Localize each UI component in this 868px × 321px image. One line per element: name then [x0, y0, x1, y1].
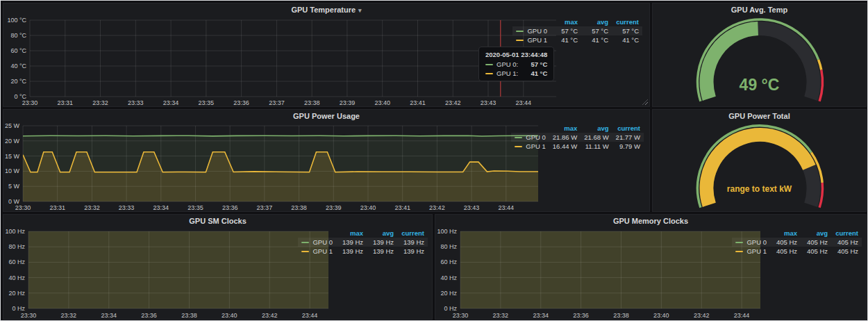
legend-series-label: GPU 0	[746, 238, 767, 246]
svg-text:23:42: 23:42	[445, 99, 461, 106]
legend-header-avg: avg	[581, 124, 612, 133]
tooltip-row: GPU 1: 41 °C	[485, 69, 547, 77]
legend-header-current: current	[612, 124, 644, 133]
legend-stat-avg: 139 Hz	[367, 238, 397, 247]
series-color-dash	[735, 242, 743, 243]
legend-header-current: current	[397, 229, 428, 238]
panel-gpu-memory-clocks: GPU Memory Clocks 0 Hz20 Hz40 Hz60 Hz80 …	[435, 214, 867, 320]
legend-series-gpu0[interactable]: GPU 0	[732, 238, 770, 247]
legend-series-label: GPU 0	[527, 27, 547, 35]
panel-title[interactable]: GPU Power Usage	[3, 110, 649, 122]
svg-text:100 Hz: 100 Hz	[437, 228, 457, 235]
legend-header-row: max avg current	[298, 229, 428, 238]
svg-text:23:32: 23:32	[92, 99, 108, 106]
legend-row-gpu1: GPU 1 139 Hz 139 Hz 139 Hz	[298, 247, 428, 256]
panel-gpu-power-usage: GPU Power Usage 0 W5 W10 W15 W20 W25 W23…	[3, 109, 650, 212]
svg-text:23:36: 23:36	[573, 312, 589, 319]
svg-text:23:41: 23:41	[410, 99, 426, 106]
svg-text:23:44: 23:44	[499, 204, 515, 211]
legend-header-row: max avg current	[512, 17, 642, 26]
dashboard: GPU Temperature▾ 0 °C20 °C40 °C60 °C80 °…	[0, 0, 868, 321]
legend-series-gpu1[interactable]: GPU 1	[298, 247, 336, 256]
svg-text:20 Hz: 20 Hz	[440, 290, 457, 297]
legend-series-gpu1[interactable]: GPU 1	[732, 247, 770, 256]
svg-text:23:34: 23:34	[153, 204, 169, 211]
tooltip-series-name: GPU 1:	[496, 69, 518, 77]
svg-text:23:33: 23:33	[128, 99, 144, 106]
legend-series-gpu1[interactable]: GPU 1	[511, 142, 549, 151]
legend-stat-current: 139 Hz	[397, 238, 428, 247]
panel-resize-handle[interactable]	[642, 99, 648, 105]
legend-stat-avg: 57 °C	[581, 26, 612, 35]
legend-stat-avg: 41 °C	[581, 35, 612, 44]
svg-text:23:40: 23:40	[360, 204, 376, 211]
svg-text:23:32: 23:32	[84, 204, 100, 211]
chevron-down-icon[interactable]: ▾	[358, 7, 362, 14]
svg-text:23:34: 23:34	[163, 99, 179, 106]
svg-text:23:42: 23:42	[262, 312, 278, 319]
svg-text:23:32: 23:32	[493, 312, 509, 319]
svg-text:23:43: 23:43	[481, 99, 496, 106]
legend: max avg current GPU 0 21.86 W 21.68 W 21…	[511, 124, 644, 151]
series-color-dash	[301, 242, 309, 243]
time-series-plot[interactable]: 0 °C20 °C40 °C60 °C80 °C100 °C23:3023:31…	[5, 16, 560, 110]
svg-text:23:40: 23:40	[222, 312, 237, 319]
legend-stat-max: 57 °C	[551, 26, 581, 35]
legend-series-gpu0[interactable]: GPU 0	[512, 26, 551, 35]
svg-text:23:44: 23:44	[302, 312, 318, 319]
legend-row-gpu0: GPU 0 405 Hz 405 Hz 405 Hz	[732, 238, 862, 247]
legend-row-gpu1: GPU 1 41 °C 41 °C 41 °C	[512, 35, 642, 44]
series-color-dash	[735, 251, 743, 252]
legend-header-max: max	[551, 17, 581, 26]
time-series-plot[interactable]: 0 Hz20 Hz40 Hz60 Hz80 Hz100 Hz23:3023:32…	[437, 227, 765, 321]
svg-text:23:30: 23:30	[22, 99, 38, 106]
legend: max avg current GPU 0 57 °C 57 °C 57 °C …	[512, 17, 642, 44]
legend-stat-current: 405 Hz	[831, 238, 862, 247]
legend-header-max: max	[549, 124, 581, 133]
svg-text:23:30: 23:30	[15, 204, 31, 211]
panel-title-text: GPU Power Usage	[293, 112, 360, 120]
series-color-dash	[301, 251, 309, 252]
legend-series-gpu0[interactable]: GPU 0	[511, 133, 549, 142]
svg-text:80 Hz: 80 Hz	[8, 243, 25, 250]
legend: max avg current GPU 0 405 Hz 405 Hz 405 …	[732, 229, 862, 256]
panel-gpu-temperature: GPU Temperature▾ 0 °C20 °C40 °C60 °C80 °…	[3, 3, 650, 107]
series-color-dash	[485, 64, 493, 65]
legend-series-gpu1[interactable]: GPU 1	[512, 35, 551, 44]
gauge-value: range to text kW	[653, 184, 866, 194]
svg-text:60 °C: 60 °C	[10, 47, 26, 54]
panel-title[interactable]: GPU SM Clocks	[3, 215, 432, 227]
svg-text:23:42: 23:42	[694, 312, 710, 319]
svg-text:60 Hz: 60 Hz	[8, 258, 25, 265]
legend-stat-avg: 139 Hz	[367, 247, 397, 256]
panel-title-text: GPU Memory Clocks	[613, 217, 688, 225]
legend-header-current: current	[831, 229, 862, 238]
legend-stat-current: 405 Hz	[831, 247, 862, 256]
time-series-plot[interactable]: 0 Hz20 Hz40 Hz60 Hz80 Hz100 Hz23:3023:32…	[5, 227, 331, 321]
legend-row-gpu0: GPU 0 139 Hz 139 Hz 139 Hz	[298, 238, 428, 247]
legend-series-label: GPU 1	[746, 247, 767, 255]
legend-series-label: GPU 1	[312, 247, 333, 255]
legend-row-gpu1: GPU 1 16.44 W 11.11 W 9.79 W	[511, 142, 644, 151]
svg-text:40 °C: 40 °C	[10, 63, 26, 69]
svg-text:23:38: 23:38	[304, 99, 320, 106]
legend-series-gpu0[interactable]: GPU 0	[298, 238, 336, 247]
legend-stat-avg: 21.68 W	[581, 133, 612, 142]
series-color-dash	[516, 40, 524, 41]
svg-text:23:37: 23:37	[257, 204, 273, 211]
svg-text:23:36: 23:36	[233, 99, 249, 106]
svg-text:23:37: 23:37	[269, 99, 285, 106]
panel-gpu-avg-temp: GPU Avg. Temp 49 °C	[652, 3, 867, 107]
gauge	[653, 121, 866, 217]
svg-text:60 Hz: 60 Hz	[440, 258, 457, 265]
legend-stat-avg: 405 Hz	[801, 247, 831, 256]
panel-title[interactable]: GPU Temperature▾	[3, 3, 649, 16]
time-series-plot[interactable]: 0 W5 W10 W15 W20 W25 W23:3023:3123:3223:…	[5, 122, 545, 215]
svg-text:23:40: 23:40	[653, 312, 669, 319]
legend-stat-max: 405 Hz	[770, 247, 801, 256]
legend-stat-max: 139 Hz	[336, 238, 367, 247]
gauge-value: 49 °C	[653, 76, 866, 94]
panel-title[interactable]: GPU Memory Clocks	[435, 215, 866, 227]
svg-text:23:38: 23:38	[291, 204, 307, 211]
svg-text:23:31: 23:31	[49, 204, 65, 211]
